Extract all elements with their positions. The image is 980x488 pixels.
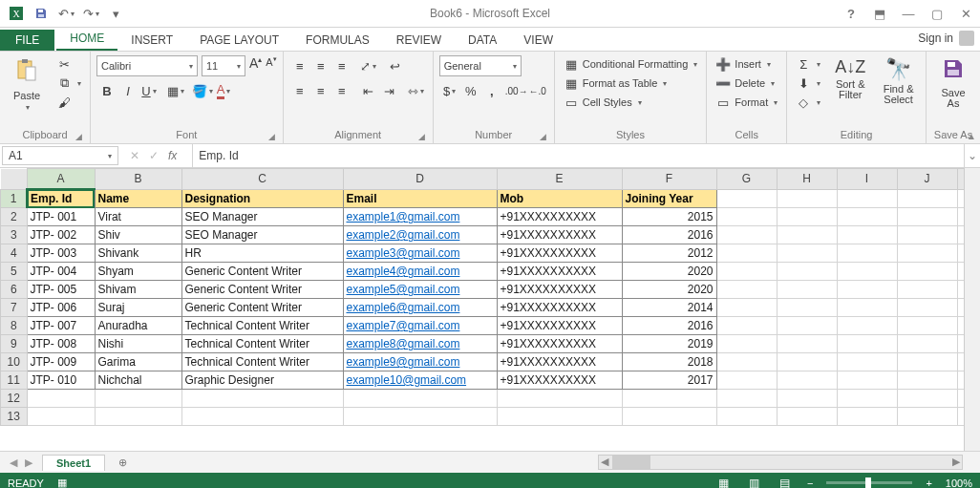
cell-D12[interactable] — [343, 390, 497, 408]
conditional-formatting-button[interactable]: ▦Conditional Formatting▾ — [561, 55, 701, 73]
cell-G6[interactable] — [716, 281, 777, 299]
vertical-scrollbar[interactable] — [964, 168, 980, 451]
font-size-select[interactable]: 11▾ — [202, 55, 245, 76]
cell-I6[interactable] — [837, 281, 897, 299]
cell-I8[interactable] — [837, 317, 897, 335]
cell-C1[interactable]: Designation — [181, 189, 343, 208]
cell-H12[interactable] — [777, 390, 837, 408]
row-header-3[interactable]: 3 — [1, 226, 28, 244]
cell-J4[interactable] — [897, 244, 957, 263]
cell-E9[interactable]: +91XXXXXXXXXX — [497, 335, 622, 353]
ribbon-display-options-icon[interactable]: ⬒ — [865, 0, 894, 27]
cell-J2[interactable] — [897, 208, 957, 226]
cell-J8[interactable] — [897, 317, 957, 335]
macro-record-icon[interactable]: ▦ — [57, 477, 67, 488]
cell-F9[interactable]: 2019 — [622, 335, 716, 353]
cell-F5[interactable]: 2020 — [622, 263, 716, 281]
cell-C12[interactable] — [181, 390, 343, 408]
zoom-out-icon[interactable]: − — [807, 477, 813, 489]
orientation-icon[interactable]: ⤢▾ — [358, 55, 379, 76]
dialog-launcher-icon[interactable]: ◢ — [540, 132, 546, 141]
cell-I3[interactable] — [837, 226, 897, 244]
cell-F10[interactable]: 2018 — [622, 353, 716, 371]
increase-indent-icon[interactable]: ⇥ — [379, 80, 400, 101]
comma-format-icon[interactable]: , — [481, 80, 502, 101]
borders-button[interactable]: ▦▾ — [165, 80, 186, 101]
maximize-icon[interactable]: ▢ — [923, 0, 951, 27]
decrease-font-icon[interactable]: A▾ — [266, 55, 276, 76]
autosum-button[interactable]: Σ▾ — [793, 55, 823, 73]
find-select-button[interactable]: 🔭 Find & Select — [877, 55, 920, 107]
col-header-H[interactable]: H — [777, 169, 837, 190]
cell-E7[interactable]: +91XXXXXXXXXX — [497, 299, 622, 317]
cell-I10[interactable] — [837, 353, 897, 371]
cell-A2[interactable]: JTP- 001 — [27, 208, 95, 226]
cell-D10[interactable]: example9@gmail.com — [343, 353, 497, 371]
cell-J9[interactable] — [897, 335, 957, 353]
cell-F2[interactable]: 2015 — [622, 208, 716, 226]
name-box[interactable]: A1 ▾ — [2, 146, 118, 165]
cell-G13[interactable] — [716, 408, 777, 426]
save-as-button[interactable]: Save As — [932, 55, 974, 111]
sort-filter-button[interactable]: A↓Z Sort & Filter — [829, 55, 871, 102]
row-header-7[interactable]: 7 — [1, 299, 28, 317]
format-painter-button[interactable]: 🖌 — [53, 94, 84, 111]
spreadsheet-grid[interactable]: ABCDEFGHIJK1Emp. IdNameDesignationEmailM… — [0, 168, 980, 426]
cell-G5[interactable] — [716, 263, 777, 281]
cell-A12[interactable] — [27, 390, 95, 408]
sheet-tab-active[interactable]: Sheet1 — [42, 455, 105, 471]
cell-B3[interactable]: Shiv — [95, 226, 181, 244]
cell-C11[interactable]: Graphic Designer — [181, 371, 343, 390]
cell-J10[interactable] — [897, 353, 957, 371]
cell-H9[interactable] — [777, 335, 837, 353]
cell-H11[interactable] — [777, 371, 837, 390]
col-header-E[interactable]: E — [497, 169, 622, 190]
cell-A9[interactable]: JTP- 008 — [27, 335, 95, 353]
cell-F8[interactable]: 2016 — [622, 317, 716, 335]
align-center-icon[interactable]: ≡ — [310, 80, 331, 101]
merge-center-icon[interactable]: ⇿▾ — [406, 80, 427, 101]
tab-review[interactable]: REVIEW — [383, 30, 455, 51]
tab-insert[interactable]: INSERT — [117, 30, 186, 51]
cell-A5[interactable]: JTP- 004 — [27, 263, 95, 281]
cell-H1[interactable] — [777, 189, 837, 208]
col-header-A[interactable]: A — [27, 169, 95, 190]
cell-I5[interactable] — [837, 263, 897, 281]
align-top-icon[interactable]: ≡ — [289, 55, 310, 76]
cell-D7[interactable]: example6@gmail.com — [343, 299, 497, 317]
cell-B1[interactable]: Name — [95, 189, 181, 208]
sheet-nav-prev-icon[interactable]: ◀ — [10, 456, 17, 469]
cell-D2[interactable]: example1@gmail.com — [343, 208, 497, 226]
cell-G3[interactable] — [716, 226, 777, 244]
cell-I9[interactable] — [837, 335, 897, 353]
cell-D9[interactable]: example8@gmail.com — [343, 335, 497, 353]
cell-D8[interactable]: example7@gmail.com — [343, 317, 497, 335]
page-break-view-icon[interactable]: ▤ — [777, 476, 794, 489]
cell-C6[interactable]: Generic Content Writer — [181, 281, 343, 299]
cell-E3[interactable]: +91XXXXXXXXXX — [497, 226, 622, 244]
cell-F3[interactable]: 2016 — [622, 226, 716, 244]
cell-B5[interactable]: Shyam — [95, 263, 181, 281]
cell-A4[interactable]: JTP- 003 — [27, 244, 95, 263]
row-header-6[interactable]: 6 — [1, 281, 28, 299]
underline-button[interactable]: U▾ — [138, 80, 160, 101]
cell-D13[interactable] — [343, 408, 497, 426]
font-color-button[interactable]: A▾ — [213, 80, 234, 101]
cell-E5[interactable]: +91XXXXXXXXXX — [497, 263, 622, 281]
cell-E4[interactable]: +91XXXXXXXXXX — [497, 244, 622, 263]
format-as-table-button[interactable]: ▦Format as Table▾ — [561, 74, 701, 92]
cell-D1[interactable]: Email — [343, 189, 497, 208]
cell-F1[interactable]: Joining Year — [622, 189, 716, 208]
cell-H7[interactable] — [777, 299, 837, 317]
cell-C4[interactable]: HR — [181, 244, 343, 263]
row-header-4[interactable]: 4 — [1, 244, 28, 263]
cell-I13[interactable] — [837, 408, 897, 426]
help-icon[interactable]: ? — [837, 0, 865, 27]
add-sheet-button[interactable]: ⊕ — [113, 453, 132, 472]
cell-C5[interactable]: Generic Content Writer — [181, 263, 343, 281]
cell-A7[interactable]: JTP- 006 — [27, 299, 95, 317]
cell-I1[interactable] — [837, 189, 897, 208]
cell-F12[interactable] — [622, 390, 716, 408]
tab-formulas[interactable]: FORMULAS — [292, 30, 383, 51]
col-header-G[interactable]: G — [716, 169, 777, 190]
